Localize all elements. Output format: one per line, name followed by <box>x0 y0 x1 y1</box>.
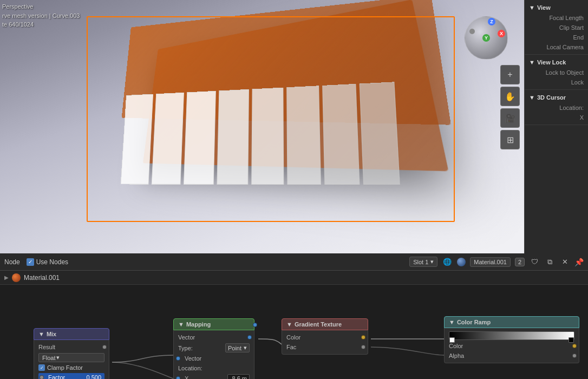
view-lock-label: View Lock <box>537 59 566 66</box>
gradient-node-body: Color Fac <box>282 330 368 355</box>
mix-result-label: Result <box>38 344 98 350</box>
lock-to-object-label: Lock to Object <box>529 69 584 76</box>
colorramp-alpha-socket <box>572 354 577 358</box>
mix-float-row: Float ▾ <box>34 352 109 363</box>
slot-dropdown[interactable]: Slot 1 ▾ <box>409 257 437 267</box>
mapping-node[interactable]: ▼ Mapping Vector Type: Point ▾ <box>173 318 254 379</box>
axis-x[interactable]: X <box>498 30 505 37</box>
perspective-label: Perspective <box>2 2 80 11</box>
cursor-section: ▼ 3D Cursor Location: X <box>525 90 588 125</box>
float-label: Float <box>42 355 55 361</box>
collapse-gradient-icon: ▼ <box>286 321 292 328</box>
mapping-node-body: Vector Type: Point ▾ Vector Location: <box>173 330 254 379</box>
type-dropdown[interactable]: Point ▾ <box>225 343 250 352</box>
viewport-3d[interactable]: Perspective rve mesh version | Curve.003… <box>0 0 524 253</box>
mix-factor-row[interactable]: Factor 0.500 <box>34 372 109 379</box>
local-camera-row: Local Camera <box>525 42 588 52</box>
type-label: Type: <box>178 345 223 351</box>
collapse-mapping-icon: ▼ <box>178 321 184 328</box>
mix-node-header[interactable]: ▼ Mix <box>34 328 109 340</box>
mix-node[interactable]: ▼ Mix Result Float ▾ Clamp Factor <box>34 328 109 379</box>
lock-row: Lock <box>525 77 588 87</box>
node-editor: Node Use Nodes Slot 1 ▾ 🌐 Material.001 2… <box>0 253 588 379</box>
viewport-gizmo[interactable]: Z X Y <box>465 16 508 60</box>
x-row: X <box>525 113 588 122</box>
axis-z[interactable]: Z <box>488 18 495 25</box>
grid-button[interactable]: ⊞ <box>500 130 520 149</box>
cursor-3d-label: 3D Cursor <box>537 94 566 101</box>
view-lock-header[interactable]: ▼ View Lock <box>525 57 588 68</box>
mapping-vector-out-socket <box>253 323 257 327</box>
mapping-vector-out-row: Vector <box>174 332 254 342</box>
material-tree-name: Material.001 <box>24 274 60 282</box>
end-label: End <box>529 34 584 41</box>
gradient-texture-node[interactable]: ▼ Gradient Texture Color Fac <box>282 318 368 355</box>
location-label: Location: <box>529 104 584 111</box>
cursor-header[interactable]: ▼ 3D Cursor <box>525 92 588 103</box>
shield-icon[interactable]: 🛡 <box>529 257 540 267</box>
x-coord-label: X <box>529 114 584 121</box>
mix-title: Mix <box>47 331 56 337</box>
view-header[interactable]: ▼ View <box>525 2 588 13</box>
material-count[interactable]: 2 <box>515 258 525 266</box>
view-section: ▼ View Focal Length Clip Start End Local… <box>525 0 588 55</box>
colorramp-alpha-label: Alpha <box>449 352 568 359</box>
colorramp-color-row: Color <box>445 341 579 351</box>
type-chevron: ▾ <box>244 344 247 351</box>
properties-panel: ▼ View Focal Length Clip Start End Local… <box>524 0 588 253</box>
use-nodes-checkbox[interactable] <box>27 258 34 266</box>
viewport-info: Perspective rve mesh version | Curve.003… <box>2 2 80 29</box>
clamp-label: Clamp Factor <box>47 364 83 371</box>
frame-info: te 640/1024 <box>2 20 80 29</box>
color-out-socket <box>361 335 365 339</box>
gradient-fac-row: Fac <box>282 342 368 352</box>
world-icon[interactable]: 🌐 <box>442 257 453 267</box>
color-ramp-node[interactable]: ▼ Color Ramp Color Alpha <box>444 316 579 363</box>
float-dropdown[interactable]: Float ▾ <box>38 353 104 362</box>
slot-chevron-icon: ▾ <box>430 258 434 265</box>
vector-in-socket <box>176 356 180 361</box>
vector-out-label: Vector <box>178 334 243 341</box>
zoom-button[interactable]: + <box>500 65 520 84</box>
mix-result-row: Result <box>34 342 109 352</box>
close-icon[interactable]: ✕ <box>559 257 570 267</box>
end-row: End <box>525 32 588 42</box>
duplicate-icon[interactable]: ⧉ <box>544 257 555 267</box>
use-nodes-label: Use Nodes <box>36 258 68 266</box>
mapping-node-header[interactable]: ▼ Mapping <box>173 318 254 330</box>
focal-length-label: Focal Length <box>529 15 584 21</box>
material-sphere-icon <box>457 258 466 266</box>
clip-start-label: Clip Start <box>529 24 584 31</box>
use-nodes-row: Use Nodes <box>27 258 68 266</box>
pin-icon[interactable]: 📌 <box>574 258 584 266</box>
color-ramp-bar[interactable] <box>449 331 574 340</box>
x-value[interactable]: -8.6 m <box>227 374 250 379</box>
node-canvas[interactable]: ▼ Mix Result Float ▾ Clamp Factor <box>0 285 588 379</box>
mapping-type-row: Type: Point ▾ <box>174 342 254 354</box>
clamp-checkbox[interactable] <box>38 364 45 371</box>
material-name-display[interactable]: Material.001 <box>470 257 511 267</box>
mapping-x-row: X -8.6 m <box>174 373 254 379</box>
factor-label: Factor <box>48 374 84 379</box>
material-icon <box>12 273 21 282</box>
color-label: Color <box>286 334 357 341</box>
axis-neg[interactable] <box>469 29 475 34</box>
location-label: Location: <box>178 365 250 371</box>
x-label: X <box>185 375 225 379</box>
clip-start-row: Clip Start <box>525 23 588 32</box>
mesh-info: rve mesh version | Curve.003 <box>2 11 80 21</box>
camera-button[interactable]: 🎥 <box>500 108 520 128</box>
axis-y[interactable]: Y <box>482 34 490 42</box>
breadcrumb-expand-icon[interactable]: ▶ <box>4 275 9 280</box>
gradient-node-header[interactable]: ▼ Gradient Texture <box>282 318 368 330</box>
colorramp-node-header[interactable]: ▼ Color Ramp <box>444 316 579 328</box>
viewport-toolbar: + ✋ 🎥 ⊞ <box>500 65 520 149</box>
mix-node-body: Result Float ▾ Clamp Factor Fact <box>34 340 109 379</box>
mix-result-socket <box>102 345 107 349</box>
lock-label: Lock <box>529 79 584 86</box>
colorramp-node-body: Color Alpha <box>444 328 579 363</box>
collapse-icon3: ▼ <box>529 94 535 101</box>
float-chevron: ▾ <box>56 354 60 361</box>
colorramp-alpha-row: Alpha <box>445 351 579 361</box>
pan-button[interactable]: ✋ <box>500 87 520 106</box>
